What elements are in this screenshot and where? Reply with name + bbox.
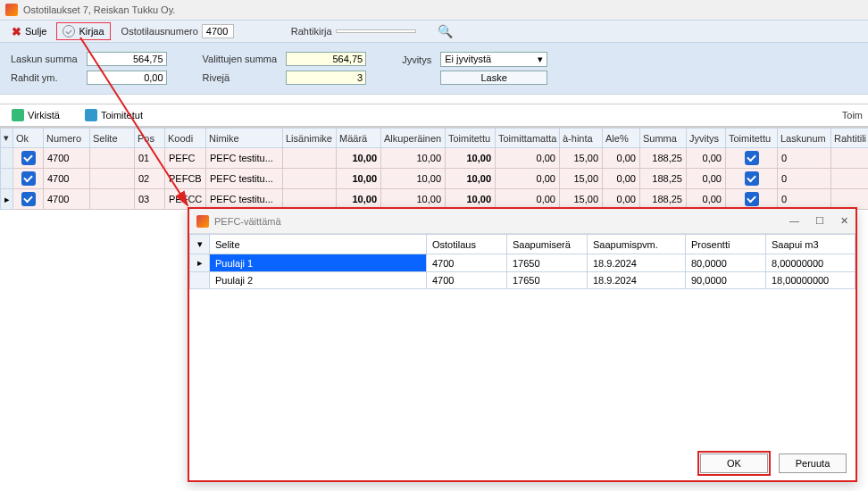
titlebar: Ostotilaukset 7, Reiskan Tukku Oy.	[0, 0, 868, 20]
table-row[interactable]: 470001PEFCPEFC testitu...10,0010,0010,00…	[1, 148, 869, 169]
ok-checkbox[interactable]	[21, 192, 36, 206]
laskun-summa-label: Laskun summa	[11, 54, 78, 64]
secondary-toolbar: Virkistä Toimitetut Toim	[0, 104, 868, 127]
valittujen-value	[286, 52, 366, 66]
kirjaa-button[interactable]: Kirjaa	[56, 22, 110, 40]
refresh-icon	[12, 109, 24, 121]
app-icon	[196, 215, 209, 228]
dialog-titlebar[interactable]: PEFC-väittämä — ☐ ✕	[189, 209, 855, 234]
jyvitys-dropdown[interactable]: Ei jyvitystä ▾	[440, 52, 547, 67]
dialog-title: PEFC-väittämä	[214, 216, 281, 227]
ostotilausnumero-label: Ostotilausnumero	[121, 26, 198, 37]
filter-icon[interactable]: ▾	[1, 129, 13, 148]
sulje-label: Sulje	[25, 26, 46, 37]
riveja-label: Rivejä	[203, 72, 278, 83]
rahdit-input[interactable]	[87, 71, 167, 85]
app-icon	[5, 4, 18, 16]
table-row[interactable]: 470002PEFCBPEFC testitu...10,0010,0010,0…	[1, 169, 869, 189]
window-title: Ostotilaukset 7, Reiskan Tukku Oy.	[23, 4, 175, 15]
valittujen-label: Valittujen summa	[203, 54, 278, 64]
virkista-button[interactable]: Virkistä	[5, 106, 66, 124]
dialog-grid[interactable]: ▾ Selite Ostotilaus Saapumiserä Saapumis…	[189, 234, 855, 289]
delivered-icon	[85, 109, 97, 121]
minimize-icon[interactable]: —	[789, 215, 799, 227]
search-icon[interactable]: 🔍	[438, 24, 453, 38]
overflow-text: Toim	[842, 110, 863, 121]
maximize-icon[interactable]: ☐	[815, 215, 824, 227]
row-header[interactable]: ▸	[1, 189, 13, 210]
close-icon: ✖	[12, 25, 21, 38]
laske-button[interactable]: Laske	[440, 71, 547, 85]
main-grid[interactable]: ▾ OkNumero SelitePos KoodiNimike Lisänim…	[0, 127, 868, 210]
ok-checkbox[interactable]	[21, 151, 36, 165]
rahtikirja-label: Rahtikirja	[291, 26, 332, 37]
toimitettu-checkbox[interactable]	[745, 171, 759, 186]
toimitetut-button[interactable]: Toimitetut	[79, 106, 149, 124]
summary-panel: Laskun summa Rahdit ym. Valittujen summa…	[0, 43, 868, 95]
toimitettu-checkbox[interactable]	[745, 192, 759, 206]
main-toolbar: ✖ Sulje Kirjaa Ostotilausnumero 4700 Rah…	[0, 20, 868, 43]
filter-icon[interactable]: ▾	[190, 235, 210, 254]
pefc-dialog: PEFC-väittämä — ☐ ✕ ▾ Selite Ostotilaus …	[188, 207, 857, 482]
toimitettu-checkbox[interactable]	[745, 151, 759, 165]
jyvitys-value: Ei jyvitystä	[445, 54, 491, 65]
ok-button[interactable]: OK	[700, 454, 768, 473]
kirjaa-label: Kirjaa	[79, 26, 104, 37]
sulje-button[interactable]: ✖ Sulje	[5, 22, 53, 41]
row-indicator-icon: ▸	[190, 254, 210, 272]
rahdit-label: Rahdit ym.	[11, 72, 78, 83]
row-header[interactable]	[1, 148, 13, 169]
peruuta-button[interactable]: Peruuta	[779, 454, 847, 473]
ostotilausnumero-value[interactable]: 4700	[202, 24, 234, 38]
check-icon	[63, 25, 75, 37]
laskun-summa-input[interactable]	[87, 52, 167, 66]
jyvitys-label: Jyvitys	[402, 54, 431, 65]
grid-header-row: ▾ OkNumero SelitePos KoodiNimike Lisänim…	[1, 129, 869, 148]
table-row[interactable]: Puulaji 2 4700 17650 18.9.2024 90,0000 1…	[190, 272, 855, 289]
row-header[interactable]	[1, 169, 13, 189]
chevron-down-icon: ▾	[538, 54, 543, 65]
table-row[interactable]: ▸ Puulaji 1 4700 17650 18.9.2024 80,0000…	[190, 254, 855, 272]
riveja-value	[286, 71, 366, 85]
rahtikirja-input[interactable]	[336, 29, 416, 33]
ok-checkbox[interactable]	[21, 171, 36, 186]
close-icon[interactable]: ✕	[840, 215, 848, 227]
